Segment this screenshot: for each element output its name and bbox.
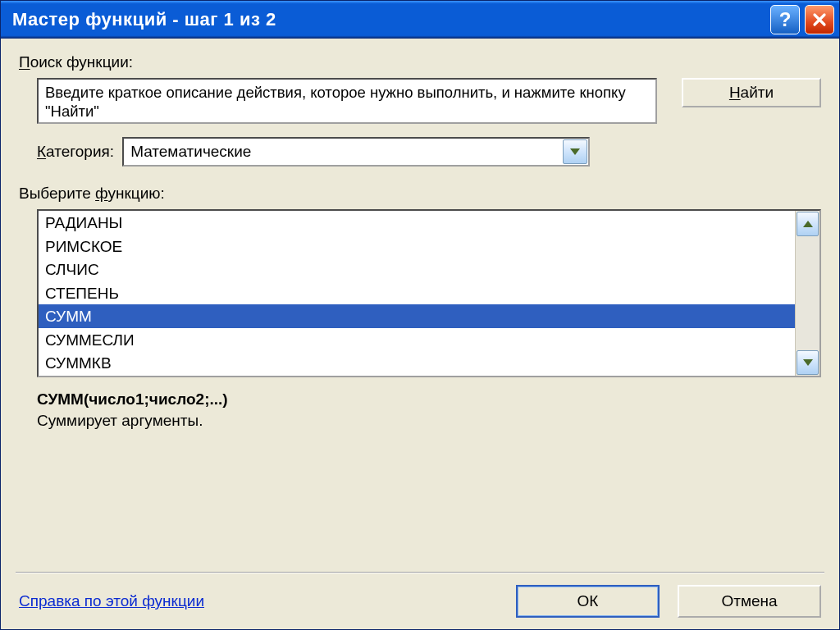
function-description: Суммирует аргументы. [37, 412, 821, 430]
category-label: Категория: [37, 143, 114, 161]
function-list-item[interactable]: СУММЕСЛИ [39, 328, 795, 352]
category-row: Категория: Математические [19, 137, 821, 167]
search-label: Поиск функции: [19, 53, 821, 71]
function-select-label: Выберите функцию: [19, 185, 821, 203]
footer-row: Справка по этой функции ОК Отмена [19, 585, 821, 618]
titlebar-buttons: ? [770, 5, 834, 34]
spacer [19, 430, 821, 572]
footer-buttons: ОК Отмена [516, 585, 821, 618]
function-help-link[interactable]: Справка по этой функции [19, 592, 204, 610]
search-row: Найти [19, 78, 821, 124]
chevron-down-icon [803, 359, 813, 366]
titlebar-close-button[interactable] [805, 5, 834, 34]
scrollbar [795, 211, 819, 376]
ok-button[interactable]: ОК [516, 585, 660, 618]
function-wizard-dialog: Мастер функций - шаг 1 из 2 ? Поиск функ… [0, 0, 840, 630]
search-input[interactable] [37, 78, 657, 124]
category-select[interactable]: Математические [122, 137, 590, 167]
function-list-item[interactable]: СТЕПЕНЬ [39, 281, 795, 305]
function-list-inner: РАДИАНЫРИМСКОЕСЛЧИССТЕПЕНЬСУММСУММЕСЛИСУ… [39, 211, 795, 376]
separator [16, 572, 824, 573]
function-list-item[interactable]: РИМСКОЕ [39, 235, 795, 258]
close-icon [812, 12, 827, 27]
scroll-down-button[interactable] [797, 350, 819, 375]
function-list-item[interactable]: РАДИАНЫ [39, 211, 795, 235]
scroll-track[interactable] [796, 237, 819, 349]
titlebar: Мастер функций - шаг 1 из 2 ? [1, 1, 839, 39]
function-listbox[interactable]: РАДИАНЫРИМСКОЕСЛЧИССТЕПЕНЬСУММСУММЕСЛИСУ… [37, 209, 821, 377]
category-select-wrap: Математические [122, 137, 590, 167]
dialog-body: Поиск функции: Найти Категория: Математи… [1, 39, 839, 629]
titlebar-help-button[interactable]: ? [770, 5, 800, 34]
function-syntax: СУММ(число1;число2;...) [37, 390, 821, 409]
find-button[interactable]: Найти [682, 78, 821, 107]
function-list-item[interactable]: СЛЧИС [39, 258, 795, 281]
function-list-item[interactable]: СУММ [39, 304, 795, 328]
scroll-up-button[interactable] [797, 212, 819, 236]
help-icon: ? [779, 8, 792, 31]
cancel-button[interactable]: Отмена [678, 585, 821, 618]
function-list-item[interactable]: СУММКВ [39, 351, 795, 375]
window-title: Мастер функций - шаг 1 из 2 [12, 9, 770, 30]
chevron-up-icon [803, 221, 813, 227]
